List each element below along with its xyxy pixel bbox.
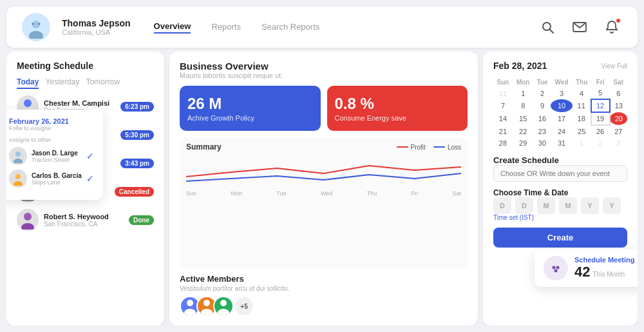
- profit-dot: [397, 146, 408, 148]
- calendar-panel: Feb 28, 2021 View Full Sun Mon Tue Wed T…: [483, 52, 638, 326]
- business-panel: Business Overview Mauris lobortis suscip…: [169, 52, 478, 326]
- svg-point-8: [15, 151, 21, 157]
- tab-today[interactable]: Today: [17, 77, 39, 89]
- popup-person-2: Carlos B. Garcia Skips Lane ✓: [9, 170, 94, 188]
- day-field-2[interactable]: D: [515, 197, 533, 214]
- biz-cards: 26 M Achive Growth Policy 0.8 % Consume …: [180, 86, 468, 131]
- schedule-meeting-card: Schedule Meeting 42 This Month: [535, 249, 638, 287]
- svg-point-10: [15, 174, 21, 179]
- notification-icon[interactable]: [601, 17, 622, 37]
- members-avatars: +5: [180, 296, 468, 317]
- svg-point-29: [553, 266, 556, 269]
- day-field-1[interactable]: D: [493, 197, 511, 214]
- chart-title: Summary: [186, 142, 222, 151]
- svg-line-6: [550, 30, 553, 33]
- chart-legend: Profit Loss: [397, 144, 461, 151]
- biz-title: Business Overview: [180, 61, 468, 72]
- tab-yesterday[interactable]: Yesterday: [45, 77, 79, 89]
- biz-chart-area: Summary Profit Loss: [180, 137, 468, 268]
- member-3: [213, 296, 234, 317]
- svg-point-30: [556, 266, 560, 269]
- nav-reports[interactable]: Reports: [211, 22, 241, 33]
- event-input[interactable]: [493, 165, 627, 182]
- schedule-meeting-period: This Month: [592, 271, 624, 278]
- schedule-meeting-label: Schedule Meeting: [574, 256, 635, 264]
- biz-subtitle: Mauris lobortis suscipit neque ut.: [180, 72, 468, 79]
- main-content: February 26, 2021 Follw to Assigne Assig…: [6, 52, 638, 326]
- biz-card-energy: 0.8 % Consume Energy save: [327, 86, 468, 131]
- biz-header: Business Overview Mauris lobortis suscip…: [180, 61, 468, 79]
- meeting-schedule-title: Meeting Schedule: [17, 61, 154, 71]
- time-set-link[interactable]: Time set (IST): [493, 214, 627, 221]
- meeting-schedule-panel: February 26, 2021 Follw to Assigne Assig…: [6, 52, 164, 326]
- svg-point-21: [21, 223, 34, 229]
- legend-loss: Loss: [433, 144, 461, 151]
- popup-assign-label: Assigne to other: [9, 137, 94, 143]
- active-members-section: Active Members Vestibulum portitor arcu …: [180, 274, 468, 317]
- avatar: [22, 13, 50, 41]
- nav-overview[interactable]: Overview: [154, 21, 191, 34]
- biz-card-growth-num: 26 M: [187, 95, 313, 113]
- meeting-badge-3: 3:43 pm: [120, 159, 154, 168]
- chart-svg: [186, 154, 461, 186]
- svg-point-11: [14, 181, 23, 186]
- choose-time-section: Choose Time & Date D D M M Y Y Time set …: [493, 188, 627, 221]
- year-field-2[interactable]: Y: [603, 197, 621, 214]
- date-fields: D D M M Y Y: [493, 197, 627, 214]
- check-icon-2: ✓: [86, 173, 94, 184]
- calendar-month: Feb 28, 2021: [493, 61, 547, 71]
- popup-date: February 26, 2021: [9, 117, 94, 125]
- calendar-grid: Sun Mon Tue Wed Thu Fri Sat 31 1 2 3: [493, 77, 627, 149]
- mail-icon[interactable]: [569, 17, 590, 37]
- svg-point-27: [218, 309, 229, 315]
- meeting-badge-5: Done: [129, 215, 154, 225]
- year-field-1[interactable]: Y: [581, 197, 599, 214]
- loss-dot: [433, 146, 445, 148]
- popup-avatar-1: [9, 147, 27, 165]
- biz-card-growth-label: Achive Growth Policy: [187, 114, 313, 122]
- members-subtitle: Vestibulum portitor arcu ut dui sollicit…: [180, 285, 468, 292]
- view-full-button[interactable]: View Full: [601, 63, 627, 70]
- header-username: Thomas Jepson: [62, 18, 131, 28]
- meeting-badge-1: 6:23 pm: [120, 102, 154, 112]
- tab-tomorrow[interactable]: Tomorrow: [86, 77, 120, 89]
- svg-point-22: [187, 300, 193, 306]
- create-schedule-section: Create Schedule: [493, 155, 627, 182]
- svg-point-4: [39, 23, 41, 25]
- meeting-badge-4: Cancelled: [115, 187, 154, 197]
- legend-profit: Profit: [397, 144, 426, 151]
- meeting-item-5: Robert S. Heywood San Francisco, CA Done: [17, 209, 154, 231]
- svg-point-20: [24, 213, 32, 220]
- biz-card-energy-num: 0.8 %: [335, 95, 460, 113]
- meeting-badge-2: 5:30 pm: [120, 130, 154, 140]
- month-field-2[interactable]: M: [559, 197, 577, 214]
- create-schedule-title: Create Schedule: [493, 155, 627, 165]
- popup-avatar-2: [9, 170, 27, 188]
- schedule-meeting-count: 42: [574, 264, 590, 280]
- month-field-1[interactable]: M: [537, 197, 555, 214]
- header-user-info: Thomas Jepson California, USA: [62, 18, 131, 36]
- svg-point-24: [204, 300, 210, 306]
- member-more: +5: [234, 296, 254, 317]
- meeting-tabs: Today Yesterday Tomorrow: [17, 77, 154, 89]
- svg-point-12: [24, 99, 32, 107]
- svg-point-3: [32, 23, 34, 25]
- svg-point-31: [554, 269, 558, 273]
- biz-card-energy-label: Consume Energy save: [335, 114, 460, 122]
- search-icon[interactable]: [537, 17, 558, 37]
- create-button[interactable]: Create: [493, 228, 627, 248]
- popup-person-1: Jason D. Large Traction Street ✓: [9, 147, 94, 165]
- schedule-meeting-icon: [544, 256, 568, 280]
- members-title: Active Members: [180, 274, 468, 284]
- svg-point-28: [549, 262, 562, 275]
- calendar-header: Feb 28, 2021 View Full: [493, 61, 627, 71]
- svg-point-25: [201, 309, 213, 315]
- biz-card-growth: 26 M Achive Growth Policy: [180, 86, 321, 131]
- chart-labels: Sun Mon Tue Wed Thu Fri Sat: [186, 190, 461, 197]
- assign-popup: February 26, 2021 Follw to Assigne Assig…: [6, 110, 103, 200]
- header-icons: [537, 17, 622, 37]
- nav-search-reports[interactable]: Search Reports: [261, 22, 319, 33]
- header: Thomas Jepson California, USA Overview R…: [6, 6, 638, 48]
- main-nav: Overview Reports Search Reports: [154, 21, 526, 34]
- svg-point-9: [14, 159, 23, 163]
